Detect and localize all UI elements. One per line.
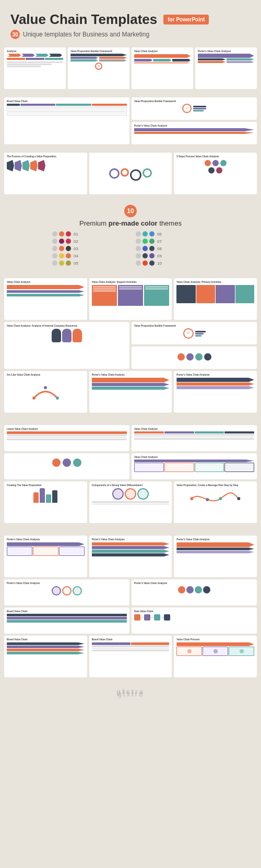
theme-4-dot-3 bbox=[66, 253, 71, 258]
theme-row-3: 03 bbox=[52, 246, 125, 251]
slide-arc-value[interactable]: Arc-Like Value Chain Analysis bbox=[4, 371, 87, 413]
theme-1-dot-1 bbox=[52, 231, 57, 237]
theme-8-dot-1 bbox=[136, 246, 141, 251]
theme-row-6: 06 bbox=[136, 231, 209, 237]
theme-8-dot-2 bbox=[143, 246, 148, 251]
slide-dot-circles[interactable] bbox=[4, 453, 129, 479]
theme-5-num: 05 bbox=[74, 261, 78, 266]
svg-point-3 bbox=[191, 497, 194, 500]
svg-point-6 bbox=[238, 497, 241, 500]
slide-vp-step-by-step[interactable]: Value Proposition: Create a Message Plan… bbox=[174, 481, 257, 523]
slide-gears[interactable] bbox=[89, 153, 172, 194]
slide-support-activities[interactable]: Value Chain Analysis: Support Activities bbox=[89, 278, 172, 320]
slide-vc-analysis-2[interactable]: Value Chain Analysis bbox=[4, 278, 87, 320]
slide-vp-builder[interactable]: Value Proposition Builder Framework VP bbox=[132, 97, 257, 120]
footer-watermark: gfxtra bbox=[116, 688, 145, 696]
theme-4-dot-1 bbox=[52, 253, 57, 258]
theme-3-dot-1 bbox=[52, 246, 57, 251]
header-subtitle: 30 Unique templates for Business and Mar… bbox=[10, 30, 251, 39]
theme-8-num: 08 bbox=[157, 246, 162, 251]
theme-10-dot-3 bbox=[149, 261, 155, 266]
slide-porters-4[interactable]: Porter's Value Chain Analysis bbox=[4, 536, 87, 577]
slide-thumb-4[interactable]: Porter's Value Chain Analysis bbox=[195, 47, 257, 89]
slide-vc-analysis-3[interactable]: Value Chain Analysis bbox=[132, 425, 257, 451]
theme-1-dot-3 bbox=[66, 231, 71, 237]
row-3: The Process of Creating a Value Proposit… bbox=[0, 150, 261, 200]
svg-point-5 bbox=[219, 497, 222, 500]
slide-creating-vp[interactable]: The Process of Creating a Value Proposit… bbox=[4, 153, 87, 194]
slide-vp-framework-2[interactable]: Value Proposition Builder Framework VP bbox=[132, 322, 257, 344]
theme-10-dot-2 bbox=[143, 261, 148, 266]
slide-brand-value-4[interactable]: Brand Value Chain bbox=[89, 636, 172, 677]
slide-circle-flow[interactable] bbox=[132, 346, 257, 369]
slide-brand-value-2[interactable]: Brand Value Chain bbox=[4, 607, 129, 634]
slide-components[interactable]: Components of a Strong Value Differentia… bbox=[89, 481, 172, 523]
theme-row-8: 08 bbox=[136, 246, 209, 251]
theme-row-9: 09 bbox=[136, 253, 209, 258]
slide-porters-circle[interactable]: Porter's Value Chain Analysis bbox=[4, 579, 129, 605]
svg-point-2 bbox=[56, 396, 59, 400]
slide-porters-5[interactable]: Porter's Value Chain Analysis bbox=[89, 536, 172, 577]
color-themes-section: 10 Premium pre-made color themes 01 06 0… bbox=[0, 200, 261, 271]
theme-5-dot-2 bbox=[59, 261, 64, 266]
theme-3-dot-2 bbox=[59, 246, 64, 251]
theme-2-dot-2 bbox=[59, 239, 64, 244]
themes-title: Premium pre-made color themes bbox=[8, 219, 253, 227]
theme-7-dot-2 bbox=[143, 239, 148, 244]
theme-10-num: 10 bbox=[157, 261, 162, 266]
slide-thumb-2[interactable]: Value Proposition Builder Framework VP bbox=[68, 47, 129, 89]
theme-row-4: 04 bbox=[52, 253, 125, 258]
slide-porters-6[interactable]: Porter's Value Chain Analysis bbox=[174, 536, 257, 577]
theme-9-dot-2 bbox=[143, 253, 148, 258]
theme-9-num: 09 bbox=[157, 254, 162, 258]
slide-vc-table[interactable]: Linear Value Chain Analysis bbox=[4, 425, 129, 451]
themes-grid: 01 06 02 07 03 bbox=[52, 231, 209, 266]
theme-1-dot-2 bbox=[59, 231, 64, 237]
svg-point-0 bbox=[32, 396, 35, 400]
theme-4-dot-2 bbox=[59, 253, 64, 258]
slide-brand-value[interactable]: Brand Value Chain bbox=[4, 97, 129, 144]
slide-primary-activities[interactable]: Value Chain Analysis: Primary Activities bbox=[174, 278, 257, 320]
theme-2-num: 02 bbox=[74, 239, 78, 244]
theme-1-num: 01 bbox=[74, 232, 78, 237]
page-title: Value Chain Templates bbox=[10, 11, 157, 28]
theme-6-dot-1 bbox=[136, 231, 141, 237]
slide-data-value[interactable]: Data Value Chain bbox=[132, 607, 257, 634]
template-count: 30 bbox=[10, 30, 20, 39]
theme-5-dot-3 bbox=[66, 261, 71, 266]
slide-vc-analysis-4[interactable]: Value Chain Analysis bbox=[132, 453, 257, 479]
theme-row-7: 07 bbox=[136, 239, 209, 244]
theme-row-1: 01 bbox=[52, 231, 125, 237]
slide-porters-2[interactable]: Porter's Value Chain Analysis bbox=[89, 371, 172, 413]
row-1: Analysis bbox=[0, 44, 261, 94]
theme-row-5: 05 bbox=[52, 261, 125, 266]
slide-5steps[interactable]: 5 Steps Process Value Chain Analysis bbox=[174, 153, 257, 194]
slide-vc-process[interactable]: Value Chain Process bbox=[174, 636, 257, 677]
theme-3-dot-3 bbox=[66, 246, 71, 251]
slide-thumb-1[interactable]: Analysis bbox=[4, 47, 66, 89]
slide-internal-resources[interactable]: Value Chain Analysis: Analysis of Intern… bbox=[4, 322, 129, 369]
row-2: Brand Value Chain bbox=[0, 94, 261, 150]
section-4: Porter's Value Chain Analysis Porter's V… bbox=[0, 532, 261, 683]
svg-point-4 bbox=[206, 498, 209, 501]
slide-creating-vp-2[interactable]: Creating The Value Proposition bbox=[4, 481, 87, 523]
theme-row-10: 10 bbox=[136, 261, 209, 266]
theme-7-dot-1 bbox=[136, 239, 141, 244]
theme-9-dot-1 bbox=[136, 253, 141, 258]
theme-4-num: 04 bbox=[74, 254, 78, 258]
slide-thumb-3[interactable]: Value Chain Analysis bbox=[132, 47, 193, 89]
slide-brand-value-3[interactable]: Brand Value Chain bbox=[4, 636, 87, 677]
powerpoint-badge: for PowerPoint bbox=[163, 15, 209, 24]
slide-porters-circle-2[interactable]: Porter's Value Chain Analysis bbox=[132, 579, 257, 605]
slide-porters-3[interactable]: Porter's Value Chain Analysis bbox=[174, 371, 257, 413]
themes-count: 10 bbox=[124, 205, 137, 217]
theme-9-dot-3 bbox=[149, 253, 155, 258]
svg-point-1 bbox=[44, 386, 47, 389]
theme-6-num: 06 bbox=[157, 232, 162, 237]
theme-7-dot-3 bbox=[149, 239, 155, 244]
theme-2-dot-3 bbox=[66, 239, 71, 244]
slide-porters-right[interactable]: Porter's Value Chain Analysis bbox=[132, 122, 257, 144]
theme-7-num: 07 bbox=[157, 239, 162, 244]
theme-row-2: 02 bbox=[52, 239, 125, 244]
header: Value Chain Templates for PowerPoint 30 … bbox=[0, 0, 261, 44]
